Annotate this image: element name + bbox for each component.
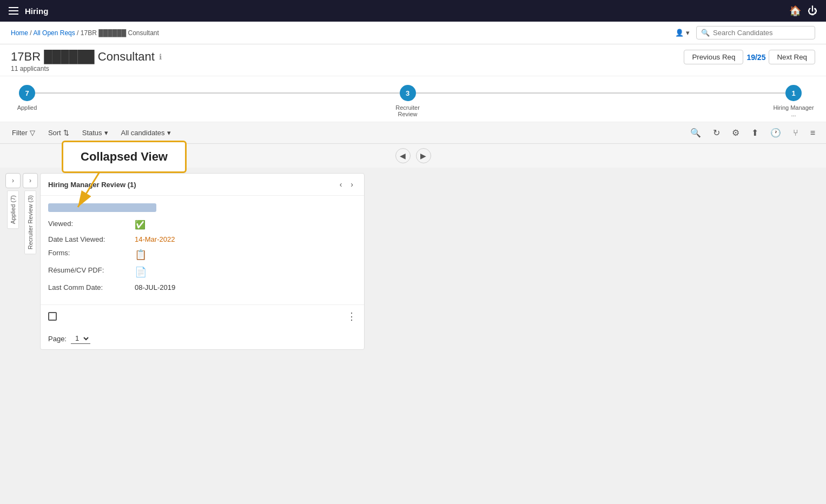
card-footer: ⋮ — [41, 305, 364, 328]
stage-next-button[interactable]: ▶ — [416, 148, 431, 163]
filter-icon: ▽ — [30, 129, 35, 137]
toolbar-right: 🔍 ↻ ⚙ ⬆ 🕐 ⑂ ≡ — [688, 127, 817, 139]
breadcrumb-sep2: / — [77, 29, 78, 37]
clock-button[interactable]: 🕐 — [768, 127, 783, 139]
step-label-applied: Applied — [17, 104, 37, 111]
list-button[interactable]: ≡ — [808, 127, 817, 139]
field-forms: Forms: 📋 — [48, 249, 356, 261]
status-button[interactable]: Status ▾ — [79, 127, 111, 139]
field-date-last-viewed: Date Last Viewed: 14-Mar-2022 — [48, 235, 356, 243]
pipeline-step-recruiter[interactable]: 3 Recruiter Review — [386, 85, 429, 117]
last-comm-value: 08-JUL-2019 — [135, 283, 175, 291]
user-menu[interactable]: 👤 ▾ — [675, 29, 690, 37]
breadcrumb: Home / All Open Reqs / 17BR ██████ Consu… — [11, 29, 159, 37]
applicants-count: 11 applicants — [11, 65, 162, 72]
search-icon: 🔍 — [701, 29, 710, 37]
breadcrumb-all-open-reqs[interactable]: All Open Reqs — [33, 29, 75, 37]
card-nav-next[interactable]: › — [347, 179, 356, 190]
page-nav: Page: 1 2 3 — [41, 328, 364, 349]
pipeline: 7 Applied 3 Recruiter Review 1 Hiring Ma… — [0, 76, 826, 122]
date-last-viewed-value: 14-Mar-2022 — [135, 235, 175, 243]
sidebar-col-2: › Recruiter Review (3) — [23, 173, 38, 504]
pipeline-step-applied[interactable]: 7 Applied — [11, 85, 43, 111]
page-nav-label: Page: — [48, 335, 67, 343]
all-candidates-label: All candidates — [121, 129, 165, 137]
field-last-comm: Last Comm Date: 08-JUL-2019 — [48, 283, 356, 291]
main-content: › Applied (7) › Recruiter Review (3) Col… — [0, 168, 826, 504]
step-label-recruiter: Recruiter Review — [386, 104, 429, 117]
breadcrumb-current: 17BR ██████ Consultant — [81, 29, 159, 37]
search-input[interactable] — [713, 29, 810, 37]
callout-arrow — [67, 172, 132, 215]
toolbar-left: Filter ▽ Sort ⇅ Status ▾ All candidates … — [9, 127, 174, 139]
next-req-button[interactable]: Next Req — [769, 50, 815, 64]
search-toolbar-button[interactable]: 🔍 — [688, 127, 703, 139]
card-panel-nav: ‹ › — [336, 179, 356, 190]
hierarchy-button[interactable]: ⑂ — [791, 127, 801, 139]
page-title: 17BR ██████ Consultant ℹ — [11, 50, 162, 64]
card-checkbox[interactable] — [48, 312, 57, 321]
settings-button[interactable]: ⚙ — [730, 127, 742, 139]
nav-left: Hiring — [9, 6, 48, 16]
viewed-label: Viewed: — [48, 220, 135, 228]
nav-right: 🏠 ⏻ — [789, 5, 817, 17]
breadcrumb-home[interactable]: Home — [11, 29, 28, 37]
status-chevron: ▾ — [104, 129, 108, 137]
forms-label: Forms: — [48, 249, 135, 257]
page-select[interactable]: 1 2 3 — [71, 333, 90, 344]
stage-prev-button[interactable]: ◀ — [395, 148, 411, 163]
pagination-area: Previous Req 19/25 Next Req — [684, 50, 815, 64]
req-title: 17BR ██████ Consultant — [11, 50, 155, 64]
upload-button[interactable]: ⬆ — [749, 127, 761, 139]
recruiter-label[interactable]: Recruiter Review (3) — [24, 190, 36, 254]
card-nav-prev[interactable]: ‹ — [336, 179, 346, 190]
step-bubble-hiring: 1 — [785, 85, 802, 101]
pipeline-steps: 7 Applied 3 Recruiter Review 1 Hiring Ma… — [11, 85, 815, 117]
callout-annotation: Collapsed View — [62, 141, 187, 173]
applied-label[interactable]: Applied (7) — [7, 190, 19, 229]
callout-box: Collapsed View — [62, 141, 187, 173]
sort-label: Sort — [48, 129, 61, 137]
header-right: 👤 ▾ 🔍 — [675, 26, 815, 39]
info-icon[interactable]: ℹ — [159, 52, 162, 61]
forms-icon[interactable]: 📋 — [135, 249, 147, 261]
date-last-viewed-label: Date Last Viewed: — [48, 235, 135, 243]
field-viewed: Viewed: ✅ — [48, 220, 356, 230]
filter-button[interactable]: Filter ▽ — [9, 127, 38, 139]
home-icon[interactable]: 🏠 — [789, 5, 801, 17]
all-candidates-button[interactable]: All candidates ▾ — [118, 127, 174, 139]
sort-button[interactable]: Sort ⇅ — [45, 127, 72, 139]
pdf-icon[interactable]: 📄 — [135, 266, 147, 278]
user-chevron: ▾ — [686, 29, 690, 37]
svg-line-1 — [78, 172, 100, 207]
all-candidates-chevron: ▾ — [167, 129, 171, 137]
app-title: Hiring — [25, 6, 48, 16]
hamburger-menu[interactable] — [9, 7, 18, 15]
previous-req-button[interactable]: Previous Req — [684, 50, 743, 64]
step-bubble-applied: 7 — [19, 85, 35, 101]
breadcrumb-sep1: / — [30, 29, 31, 37]
collapse-btn-1[interactable]: › — [5, 173, 21, 188]
sort-icon: ⇅ — [63, 129, 69, 137]
user-icon: 👤 — [675, 29, 684, 37]
last-comm-label: Last Comm Date: — [48, 283, 135, 291]
field-resume: Résumé/CV PDF: 📄 — [48, 266, 356, 278]
callout-text: Collapsed View — [81, 150, 168, 163]
title-area: 17BR ██████ Consultant ℹ 11 applicants P… — [0, 44, 826, 76]
refresh-button[interactable]: ↻ — [711, 127, 722, 139]
viewed-value: ✅ — [135, 220, 146, 230]
title-left: 17BR ██████ Consultant ℹ 11 applicants — [11, 50, 162, 72]
power-icon[interactable]: ⏻ — [808, 5, 817, 17]
search-box: 🔍 — [696, 26, 815, 39]
filter-label: Filter — [12, 129, 28, 137]
step-label-hiring: Hiring Manager ... — [772, 104, 815, 117]
step-bubble-recruiter: 3 — [400, 85, 416, 101]
resume-label: Résumé/CV PDF: — [48, 266, 135, 274]
status-label: Status — [82, 129, 102, 137]
page-indicator: 19/25 — [746, 53, 765, 62]
top-navigation: Hiring 🏠 ⏻ — [0, 0, 826, 22]
pipeline-step-hiring[interactable]: 1 Hiring Manager ... — [772, 85, 815, 117]
more-menu-button[interactable]: ⋮ — [347, 310, 356, 322]
collapse-btn-2[interactable]: › — [23, 173, 38, 188]
secondary-header: Home / All Open Reqs / 17BR ██████ Consu… — [0, 22, 826, 44]
